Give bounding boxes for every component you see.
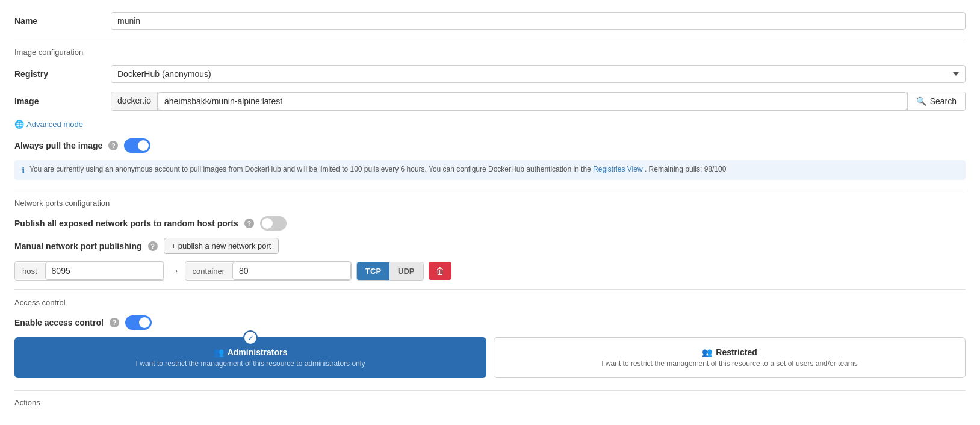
search-button[interactable]: 🔍 Search bbox=[907, 92, 965, 110]
restricted-card-icon: 👥 bbox=[702, 347, 712, 357]
admin-card-icon: 👥 bbox=[214, 347, 224, 357]
admin-access-card[interactable]: ✓ 👥 Administrators I want to restrict th… bbox=[14, 337, 486, 378]
delete-port-button[interactable]: 🗑 bbox=[429, 262, 451, 280]
container-port-input[interactable] bbox=[232, 262, 351, 280]
udp-button[interactable]: UDP bbox=[389, 262, 423, 280]
image-field-container: docker.io 🔍 Search bbox=[111, 92, 966, 111]
registry-select[interactable]: DockerHub (anonymous) bbox=[111, 65, 966, 83]
image-config-title: Image configuration bbox=[14, 48, 966, 57]
enable-access-row: Enable access control ? bbox=[14, 315, 966, 330]
name-field-row: Name bbox=[14, 12, 966, 30]
host-port-group: host bbox=[14, 261, 164, 281]
tcp-button[interactable]: TCP bbox=[357, 262, 389, 280]
restricted-card-title: 👥 Restricted bbox=[504, 347, 955, 357]
image-field-row: Image docker.io 🔍 Search bbox=[14, 92, 966, 111]
registries-view-link[interactable]: Registries View bbox=[593, 165, 642, 173]
restricted-access-card[interactable]: 👥 Restricted I want to restrict the mana… bbox=[494, 337, 966, 378]
container-port-group: container bbox=[185, 261, 352, 281]
publish-all-toggle[interactable] bbox=[260, 216, 287, 231]
admin-card-desc: I want to restrict the management of thi… bbox=[25, 359, 476, 368]
always-pull-label: Always pull the image bbox=[14, 141, 102, 150]
globe-icon: 🌐 bbox=[14, 120, 24, 129]
port-mapping-row: host → container TCP UDP 🗑 bbox=[14, 261, 966, 281]
info-box: ℹ You are currently using an anonymous a… bbox=[14, 160, 966, 180]
info-icon: ℹ bbox=[22, 166, 25, 175]
enable-access-help-icon[interactable]: ? bbox=[110, 318, 119, 327]
search-icon: 🔍 bbox=[916, 96, 926, 106]
host-label: host bbox=[15, 263, 45, 279]
enable-access-label: Enable access control bbox=[14, 318, 104, 327]
manual-publish-help-icon[interactable]: ? bbox=[148, 241, 158, 251]
trash-icon: 🗑 bbox=[436, 266, 444, 276]
admin-check-circle: ✓ bbox=[243, 330, 258, 345]
advanced-mode-link[interactable]: 🌐 Advanced mode bbox=[14, 120, 83, 129]
enable-access-toggle[interactable] bbox=[125, 315, 152, 330]
name-value-container bbox=[111, 12, 966, 30]
actions-section: Actions bbox=[14, 390, 966, 407]
always-pull-slider bbox=[124, 138, 150, 153]
image-config-divider bbox=[14, 39, 966, 39]
always-pull-toggle[interactable] bbox=[124, 138, 150, 153]
registry-value-container: DockerHub (anonymous) bbox=[111, 65, 966, 83]
access-cards-container: ✓ 👥 Administrators I want to restrict th… bbox=[14, 337, 966, 378]
name-input[interactable] bbox=[111, 12, 966, 30]
image-value-container: docker.io 🔍 Search bbox=[111, 92, 966, 111]
publish-all-row: Publish all exposed network ports to ran… bbox=[14, 216, 966, 231]
publish-all-label: Publish all exposed network ports to ran… bbox=[14, 219, 238, 228]
publish-new-port-label: + publish a new network port bbox=[172, 241, 271, 250]
image-label: Image bbox=[14, 96, 111, 106]
host-port-input[interactable] bbox=[45, 262, 164, 280]
name-label: Name bbox=[14, 16, 111, 26]
network-ports-title: Network ports configuration bbox=[14, 199, 966, 208]
image-prefix: docker.io bbox=[111, 92, 158, 110]
publish-all-help-icon[interactable]: ? bbox=[244, 219, 254, 228]
publish-all-slider bbox=[260, 216, 287, 231]
always-pull-help-icon[interactable]: ? bbox=[108, 141, 118, 150]
enable-access-slider bbox=[125, 315, 152, 330]
registry-field-row: Registry DockerHub (anonymous) bbox=[14, 65, 966, 83]
admin-card-title: 👥 Administrators bbox=[25, 347, 476, 357]
registry-label: Registry bbox=[14, 69, 111, 79]
search-btn-label: Search bbox=[930, 96, 957, 106]
access-control-divider bbox=[14, 289, 966, 290]
manual-publish-row: Manual network port publishing ? + publi… bbox=[14, 238, 966, 254]
advanced-mode-label: Advanced mode bbox=[26, 120, 83, 129]
protocol-group: TCP UDP bbox=[356, 262, 423, 281]
manual-publish-label: Manual network port publishing bbox=[14, 241, 142, 251]
arrow-icon: → bbox=[169, 265, 180, 278]
container-label: container bbox=[185, 263, 232, 279]
publish-new-port-button[interactable]: + publish a new network port bbox=[164, 238, 279, 254]
always-pull-row: Always pull the image ? bbox=[14, 138, 966, 153]
actions-title: Actions bbox=[14, 398, 966, 407]
restricted-card-desc: I want to restrict the management of thi… bbox=[504, 359, 955, 368]
image-input[interactable] bbox=[158, 92, 907, 110]
network-ports-divider bbox=[14, 190, 966, 190]
access-control-title: Access control bbox=[14, 298, 966, 307]
info-text: You are currently using an anonymous acc… bbox=[29, 165, 726, 173]
